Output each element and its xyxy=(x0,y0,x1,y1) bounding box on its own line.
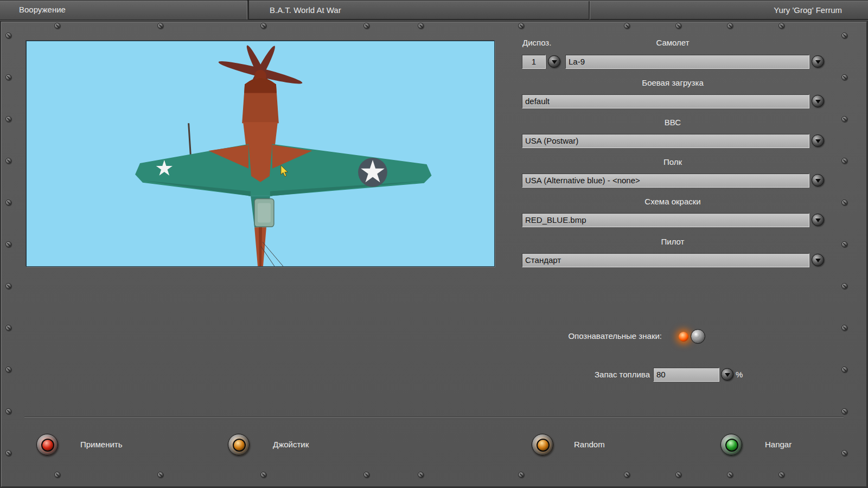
joystick-button-label[interactable]: Джойстик xyxy=(273,440,309,449)
screw-icon xyxy=(418,23,424,29)
screw-icon xyxy=(675,23,681,29)
screw-icon xyxy=(841,408,847,414)
random-lamp-icon xyxy=(537,439,550,452)
topbar-seam xyxy=(589,1,590,20)
random-button[interactable] xyxy=(532,434,553,455)
joystick-button[interactable] xyxy=(228,434,250,455)
random-button-label[interactable]: Random xyxy=(574,440,605,449)
pilot-label: Пилот xyxy=(515,237,830,246)
screw-icon xyxy=(54,472,60,478)
markings-lamp-icon xyxy=(679,332,688,342)
screw-icon xyxy=(841,116,847,122)
screw-icon xyxy=(727,23,733,29)
aircraft-preview xyxy=(26,41,495,267)
screw-icon xyxy=(727,472,733,478)
tab-weapons-label: Вооружение xyxy=(19,5,66,14)
window-title: B.A.T. World At War xyxy=(270,1,341,20)
right-wing-roundel xyxy=(358,158,387,187)
aircraft-preview-image xyxy=(27,41,494,266)
pilot-dropdown-arrow-icon[interactable] xyxy=(812,254,824,266)
screw-icon xyxy=(5,241,11,247)
screw-icon xyxy=(841,241,847,247)
markings-label: Опознавательные знаки: xyxy=(488,331,662,341)
screw-icon xyxy=(624,23,630,29)
pilot-field[interactable]: Стандарт xyxy=(522,253,809,267)
airforce-dropdown-arrow-icon[interactable] xyxy=(812,134,824,147)
screw-icon xyxy=(5,200,11,206)
apply-button[interactable] xyxy=(36,434,58,455)
screw-icon xyxy=(157,472,163,478)
screw-icon xyxy=(54,23,60,29)
screw-icon xyxy=(260,472,266,478)
hangar-button-label[interactable]: Hangar xyxy=(765,440,792,449)
tab-weapons[interactable]: Вооружение xyxy=(0,1,249,20)
regiment-label: Полк xyxy=(515,157,830,166)
fuel-unit: % xyxy=(736,370,743,379)
screw-icon xyxy=(5,367,11,373)
regiment-field[interactable]: USA (Alternative blue) - <none> xyxy=(522,174,809,188)
airforce-field[interactable]: USA (Postwar) xyxy=(522,134,809,148)
loadout-dropdown-arrow-icon[interactable] xyxy=(812,95,824,107)
screw-icon xyxy=(518,472,524,478)
fuel-label: Запас топлива xyxy=(515,370,650,379)
airforce-label: ВВС xyxy=(515,118,830,127)
screw-icon xyxy=(841,74,847,80)
screw-icon xyxy=(841,33,847,38)
regiment-dropdown-arrow-icon[interactable] xyxy=(812,174,824,187)
screw-icon xyxy=(5,158,11,164)
loadout-label: Боевая загрузка xyxy=(515,78,830,87)
aircraft-dropdown-arrow-icon[interactable] xyxy=(812,55,824,68)
bottom-divider xyxy=(24,416,844,418)
player-name: Yury 'Grog' Ferrum xyxy=(774,1,842,20)
screw-icon xyxy=(841,158,847,164)
screw-icon xyxy=(841,283,847,289)
screw-icon xyxy=(5,116,11,122)
screw-icon xyxy=(841,450,847,456)
screw-icon xyxy=(5,283,11,289)
aircraft-label: Самолет xyxy=(515,38,830,47)
top-bar: Вооружение B.A.T. World At War Yury 'Gro… xyxy=(0,0,868,20)
screw-icon xyxy=(778,23,784,29)
screw-icon xyxy=(5,325,11,331)
screw-icon xyxy=(778,472,784,478)
screw-icon xyxy=(624,472,630,478)
screw-icon xyxy=(363,23,369,29)
markings-knob-icon xyxy=(691,329,705,344)
screw-icon xyxy=(363,472,369,478)
aircraft-field[interactable]: La-9 xyxy=(565,55,809,69)
screw-icon xyxy=(5,74,11,80)
screw-icon xyxy=(675,472,681,478)
screw-icon xyxy=(5,450,11,456)
hangar-lamp-icon xyxy=(725,439,738,452)
fuel-dropdown-arrow-icon[interactable] xyxy=(721,368,733,381)
screw-icon xyxy=(518,23,524,29)
fuel-field[interactable]: 80 xyxy=(653,368,719,382)
markings-toggle[interactable] xyxy=(678,329,711,345)
hangar-button[interactable] xyxy=(720,434,742,455)
screw-icon xyxy=(841,325,847,331)
slot-dropdown-arrow-icon[interactable] xyxy=(548,55,560,68)
screw-icon xyxy=(5,408,11,414)
screw-icon xyxy=(5,33,11,38)
screw-icon xyxy=(841,200,847,206)
screw-icon xyxy=(157,23,163,29)
screw-icon xyxy=(260,23,266,29)
screw-icon xyxy=(841,367,847,373)
screw-icon xyxy=(418,472,424,478)
slot-field[interactable]: 1 xyxy=(522,55,546,69)
joystick-lamp-icon xyxy=(233,439,246,452)
skin-field[interactable]: RED_BLUE.bmp xyxy=(522,213,809,227)
skin-dropdown-arrow-icon[interactable] xyxy=(812,214,824,226)
skin-label: Схема окраски xyxy=(515,197,830,206)
apply-button-label[interactable]: Применить xyxy=(80,440,123,449)
apply-lamp-icon xyxy=(41,439,54,452)
loadout-field[interactable]: default xyxy=(522,94,809,108)
